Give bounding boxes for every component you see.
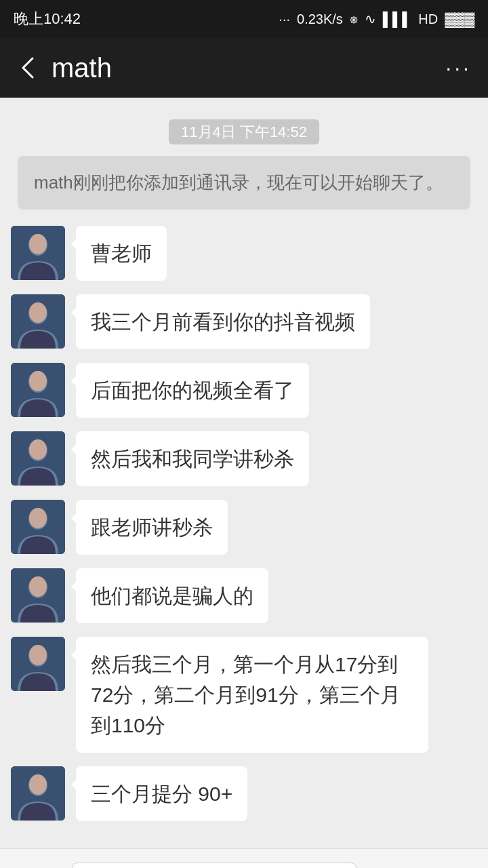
message-bubble: 然后我三个月，第一个月从17分到72分，第二个月到91分，第三个月到110分 [76, 637, 428, 753]
bottom-bar: 按住 说话 [0, 848, 488, 868]
voice-button[interactable]: 按住 说话 [72, 863, 357, 869]
hd-label: HD [418, 12, 438, 27]
avatar [11, 766, 65, 821]
network-speed: 0.23K/s [297, 12, 343, 27]
avatar [11, 637, 65, 691]
message-bubble: 后面把你的视频全看了 [76, 363, 309, 418]
svg-point-15 [29, 439, 47, 460]
message-bubble: 三个月提分 90+ [76, 766, 247, 821]
svg-point-11 [29, 371, 47, 391]
wifi-icon: ∿ [365, 11, 376, 27]
title-bar: math ··· [0, 38, 488, 98]
add-button[interactable] [427, 862, 476, 869]
avatar [11, 363, 65, 417]
message-row: 曹老师 [11, 226, 477, 281]
bluetooth-icon: ⎈ [350, 12, 358, 27]
status-icons: ··· 0.23K/s ⎈ ∿ ▌▌▌ HD ▓▓▓ [279, 11, 474, 27]
signal-dots: ··· [279, 12, 290, 27]
system-message: math刚刚把你添加到通讯录，现在可以开始聊天了。 [18, 156, 470, 210]
messages-container: 曹老师 我三个月前看到你的抖音视频 后面把你的视频全看了 然后我和我同学讲秒杀 … [11, 226, 477, 835]
back-button[interactable] [16, 56, 41, 80]
message-row: 三个月提分 90+ [11, 766, 477, 821]
message-row: 我三个月前看到你的抖音视频 [11, 294, 477, 349]
message-row: 然后我三个月，第一个月从17分到72分，第二个月到91分，第三个月到110分 [11, 637, 477, 753]
avatar [11, 500, 65, 554]
chat-title: math [52, 53, 445, 83]
keyboard-button[interactable] [12, 862, 61, 869]
svg-point-27 [29, 645, 47, 665]
avatar [11, 568, 65, 623]
svg-point-23 [29, 576, 47, 597]
message-bubble: 跟老师讲秒杀 [76, 500, 228, 555]
message-row: 然后我和我同学讲秒杀 [11, 431, 477, 486]
svg-point-31 [29, 774, 47, 795]
message-row: 跟老师讲秒杀 [11, 500, 477, 555]
avatar [11, 226, 65, 280]
message-bubble: 他们都说是骗人的 [76, 568, 268, 623]
chat-area: 11月4日 下午14:52 math刚刚把你添加到通讯录，现在可以开始聊天了。 … [0, 98, 488, 848]
timestamp-text: 11月4日 下午14:52 [169, 119, 319, 144]
status-time: 晚上10:42 [14, 9, 81, 29]
avatar [11, 431, 65, 486]
more-button[interactable]: ··· [445, 56, 472, 81]
timestamp-label: 11月4日 下午14:52 [11, 122, 477, 142]
message-row: 后面把你的视频全看了 [11, 363, 477, 418]
signal-icon: ▌▌▌ [383, 12, 412, 27]
message-row: 他们都说是骗人的 [11, 568, 477, 623]
message-bubble: 然后我和我同学讲秒杀 [76, 431, 309, 486]
svg-point-3 [29, 234, 47, 254]
message-bubble: 我三个月前看到你的抖音视频 [76, 294, 370, 349]
emoji-button[interactable] [367, 862, 416, 869]
message-bubble: 曹老师 [76, 226, 167, 281]
status-bar: 晚上10:42 ··· 0.23K/s ⎈ ∿ ▌▌▌ HD ▓▓▓ [0, 0, 488, 38]
avatar [11, 294, 65, 349]
svg-point-19 [29, 508, 47, 528]
battery-icon: ▓▓▓ [445, 12, 474, 27]
svg-point-7 [29, 302, 47, 323]
